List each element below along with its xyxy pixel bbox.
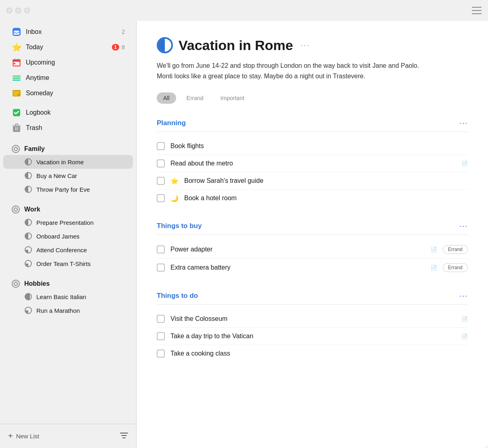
minimize-button[interactable] — [15, 8, 21, 13]
sidebar-item-anytime[interactable]: Anytime — [3, 70, 133, 86]
planning-more-button[interactable]: ··· — [459, 118, 468, 128]
task-text-borrow-guide: Borrow Sarah's travel guide — [184, 177, 468, 184]
area-hobbies-label: Hobbies — [24, 280, 50, 287]
inbox-count: 2 — [122, 29, 125, 35]
task-day-trip-vatican: Take a day trip to the Vatican 📄 — [157, 328, 468, 345]
task-book-flights: Book flights — [157, 138, 468, 155]
sidebar-item-vacation-rome[interactable]: Vacation in Rome — [3, 155, 133, 169]
task-star-borrow-guide: ⭐ — [170, 177, 179, 185]
filter-button[interactable] — [120, 431, 128, 442]
sidebar-item-attend-conference[interactable]: Attend Conference — [3, 243, 133, 257]
upcoming-icon — [11, 57, 22, 68]
buy-car-label: Buy a New Car — [36, 172, 77, 179]
task-checkbox-borrow-guide[interactable] — [157, 177, 165, 185]
section-things-to-do: Things to do ··· Visit the Colosseum 📄 T… — [157, 291, 468, 362]
task-checkbox-read-metro[interactable] — [157, 159, 165, 167]
today-label: Today — [26, 44, 112, 51]
sidebar-item-upcoming[interactable]: Upcoming — [3, 55, 133, 70]
logbook-label: Logbook — [26, 109, 125, 116]
svg-rect-20 — [17, 127, 18, 130]
area-work-icon — [11, 205, 20, 214]
task-checkbox-cooking-class[interactable] — [157, 350, 165, 358]
svg-rect-14 — [13, 95, 17, 96]
sidebar-item-today[interactable]: ⭐ Today 1 8 — [3, 40, 133, 55]
task-checkbox-camera-battery[interactable] — [157, 264, 165, 272]
task-text-camera-battery: Extra camera battery — [170, 264, 425, 271]
sidebar-item-buy-car[interactable]: Buy a New Car — [3, 169, 133, 182]
task-checkbox-visit-colosseum[interactable] — [157, 315, 165, 323]
new-list-button[interactable]: + New List — [8, 431, 39, 441]
svg-rect-12 — [13, 92, 20, 92]
traffic-lights — [6, 8, 30, 13]
filter-tab-all[interactable]: All — [157, 92, 176, 104]
sidebar-item-someday[interactable]: Someday — [3, 86, 133, 101]
sidebar-item-learn-italian[interactable]: Learn Basic Italian — [3, 290, 133, 304]
prepare-presentation-label: Prepare Presentation — [36, 219, 94, 226]
task-text-power-adapter: Power adapter — [170, 246, 425, 253]
task-checkbox-book-flights[interactable] — [157, 142, 165, 150]
task-checkbox-power-adapter[interactable] — [157, 245, 165, 253]
area-work-header: Work — [3, 199, 133, 216]
things-to-buy-more-button[interactable]: ··· — [459, 221, 468, 230]
sidebar-item-inbox[interactable]: Inbox 2 — [3, 24, 133, 40]
things-to-buy-title-row: Things to buy ··· — [157, 221, 468, 235]
main-area: Inbox 2 ⭐ Today 1 8 — [0, 21, 488, 448]
order-tshirts-label: Order Team T-Shirts — [36, 260, 91, 267]
task-checkbox-day-trip-vatican[interactable] — [157, 332, 165, 340]
order-tshirts-icon — [24, 260, 32, 268]
learn-italian-label: Learn Basic Italian — [36, 293, 86, 300]
inbox-label: Inbox — [26, 28, 122, 36]
sidebar-item-trash[interactable]: Trash — [3, 120, 133, 136]
upcoming-label: Upcoming — [26, 59, 125, 66]
sidebar-toggle-button[interactable] — [472, 7, 482, 14]
someday-label: Someday — [26, 90, 125, 97]
new-list-plus-icon: + — [8, 431, 13, 441]
area-family-icon — [11, 144, 20, 153]
task-cooking-class: Take a cooking class — [157, 345, 468, 362]
content-panel: Vacation in Rome ··· We'll go from June … — [137, 21, 488, 448]
area-work-label: Work — [24, 206, 40, 213]
titlebar-right — [472, 7, 482, 14]
svg-rect-6 — [18, 59, 19, 61]
today-badge: 1 — [112, 44, 120, 50]
inbox-icon — [11, 27, 22, 37]
vacation-rome-label: Vacation in Rome — [36, 159, 84, 165]
sidebar-item-run-marathon[interactable]: Run a Marathon — [3, 304, 133, 317]
sidebar-item-throw-party[interactable]: Throw Party for Eve — [3, 182, 133, 196]
things-to-do-title: Things to do — [157, 292, 459, 300]
area-family-label: Family — [24, 145, 45, 153]
logbook-icon — [11, 107, 22, 118]
svg-point-24 — [14, 208, 17, 211]
task-note-icon-read-metro: 📄 — [461, 161, 468, 167]
attend-conference-icon — [24, 246, 32, 254]
throw-party-icon — [24, 185, 32, 193]
close-button[interactable] — [6, 8, 12, 13]
someday-icon — [11, 88, 22, 98]
things-to-do-title-row: Things to do ··· — [157, 291, 468, 305]
task-checkbox-book-hotel[interactable] — [157, 194, 165, 202]
vacation-rome-icon — [24, 158, 32, 166]
task-power-adapter: Power adapter 📄 Errand — [157, 241, 468, 259]
zoom-button[interactable] — [24, 8, 30, 13]
filter-tab-errand[interactable]: Errand — [180, 92, 210, 104]
sidebar-scroll-area: Inbox 2 ⭐ Today 1 8 — [0, 21, 136, 448]
planning-title-row: Planning ··· — [157, 118, 468, 132]
sidebar-item-logbook[interactable]: Logbook — [3, 105, 133, 120]
filter-tab-important[interactable]: Important — [214, 92, 251, 104]
svg-rect-10 — [13, 80, 21, 81]
sidebar-item-onboard-james[interactable]: Onboard James — [3, 229, 133, 243]
things-to-do-more-button[interactable]: ··· — [459, 291, 468, 300]
svg-point-21 — [12, 145, 19, 153]
project-more-button[interactable]: ··· — [300, 40, 310, 50]
task-visit-colosseum: Visit the Colosseum 📄 — [157, 310, 468, 328]
today-icon: ⭐ — [11, 42, 22, 52]
task-text-visit-colosseum: Visit the Colosseum — [170, 315, 456, 322]
svg-rect-16 — [13, 126, 20, 132]
sidebar-item-order-tshirts[interactable]: Order Team T-Shirts — [3, 257, 133, 270]
run-marathon-label: Run a Marathon — [36, 307, 80, 314]
svg-rect-7 — [14, 63, 15, 64]
task-camera-battery: Extra camera battery 📄 Errand — [157, 259, 468, 276]
sidebar-item-prepare-presentation[interactable]: Prepare Presentation — [3, 216, 133, 229]
section-planning: Planning ··· Book flights Read about the… — [157, 118, 468, 207]
buy-car-icon — [24, 172, 32, 180]
